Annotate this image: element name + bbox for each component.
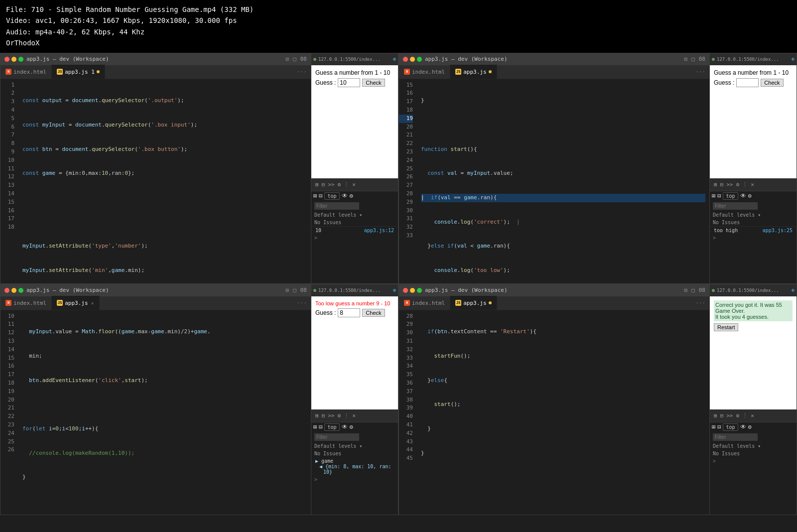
tab-index-html-br[interactable]: H index.html xyxy=(399,296,450,310)
browser-content-tl: Guess a number from 1 - 10 Guess : Check xyxy=(311,65,398,178)
default-levels-bl: Default levels ▾ xyxy=(314,443,362,449)
minimize-button-bl[interactable] xyxy=(11,288,16,293)
minimize-button-tr[interactable] xyxy=(410,57,415,62)
line-numbers-bl: 1011121314 1516171819 2021222324 2526 xyxy=(0,310,18,515)
browser-content-br: Correct you got it. It was 55 Game Over.… xyxy=(710,296,797,409)
browser-content-bl: Too low guess a number 9 - 10 Guess : Ch… xyxy=(311,296,398,409)
editor-top-right: app3.js — dev (Workspace) ⊡ □ 08 H index… xyxy=(399,53,709,283)
console-expand-br[interactable]: > xyxy=(710,457,797,465)
browser-url-bl: 127.0.0.1:5500/index... xyxy=(318,288,381,293)
browser-url-tl: 127.0.0.1:5500/index... xyxy=(318,57,381,62)
maximize-button-bl[interactable] xyxy=(18,288,23,293)
modified-dot xyxy=(97,70,100,73)
default-levels-tl: Default levels ▾ xyxy=(314,212,362,218)
guess-label-bl: Guess : xyxy=(315,309,336,316)
console-filter-br[interactable] xyxy=(713,433,758,441)
line-numbers-tr: 1516171819 2021222324 2526272829 3031323… xyxy=(399,79,417,283)
browser-url-tr: 127.0.0.1:5500/index... xyxy=(717,57,779,62)
line-numbers-tl: 12345 678910 1112131415 161718 xyxy=(0,79,18,283)
default-levels-br: Default levels ▾ xyxy=(713,443,761,449)
close-button-br[interactable] xyxy=(403,288,408,293)
close-button-bl[interactable] xyxy=(4,288,9,293)
close-button-tr[interactable] xyxy=(403,57,408,62)
check-btn-bl[interactable]: Check xyxy=(362,309,385,317)
browser-url-br: 127.0.0.1:5500/index... xyxy=(717,288,779,293)
code-lines-bl: myInput.value = Math.floor((game.max-gam… xyxy=(18,310,311,515)
browser-bottom-left: ● 127.0.0.1:5500/index... ⊕ Too low gues… xyxy=(311,284,398,515)
guess-label-tr: Guess : xyxy=(714,79,734,86)
tab-bar-br: H index.html JS app3.js ··· xyxy=(399,296,709,310)
no-issues-tr: No Issues xyxy=(710,219,797,226)
tab-app3js-tr[interactable]: JS app3.js xyxy=(450,65,497,79)
code-area-tr: 1516171819 2021222324 2526272829 3031323… xyxy=(399,79,709,283)
top-badge-tl[interactable]: top xyxy=(324,192,339,200)
console-panel-tl: ⊞ ⊟ >> ⚙ ⋮ ✕ ⊞ ⊟ top 👁 ⚙ xyxy=(311,178,398,283)
top-badge-bl[interactable]: top xyxy=(324,423,339,431)
html-icon: H xyxy=(5,69,11,75)
close-button-tl[interactable] xyxy=(4,57,9,62)
more-tabs-bl[interactable]: ··· xyxy=(293,300,311,306)
code-area-top-left: 12345 678910 1112131415 161718 const out… xyxy=(0,79,311,283)
browser-top-left: ● 127.0.0.1:5500/index... ⊕ Guess a numb… xyxy=(311,53,398,283)
code-area-bl: 1011121314 1516171819 2021222324 2526 my… xyxy=(0,310,311,515)
check-btn-tr[interactable]: Check xyxy=(761,79,783,87)
console-expand-tr[interactable]: > xyxy=(710,234,797,242)
more-tabs-br[interactable]: ··· xyxy=(691,300,709,306)
guess-input-tr[interactable] xyxy=(736,78,759,87)
code-lines-tr: } function start(){ const val = myInput.… xyxy=(417,79,709,283)
tab-app3js-br[interactable]: JS app3.js xyxy=(450,296,497,310)
more-tabs-tr[interactable]: ··· xyxy=(691,69,709,75)
browser-bottom-right: ● 127.0.0.1:5500/index... ⊕ Correct you … xyxy=(709,284,797,515)
tab-index-html-tl[interactable]: H index.html xyxy=(0,65,52,79)
minimize-button-br[interactable] xyxy=(410,288,415,293)
minimize-button-tl[interactable] xyxy=(11,57,16,62)
console-filter-tl[interactable] xyxy=(314,202,359,210)
title-controls-tl: ⊡ □ 08 xyxy=(286,56,307,62)
maximize-button-tr[interactable] xyxy=(417,57,422,62)
maximize-button-tl[interactable] xyxy=(18,57,23,62)
traffic-lights-tr xyxy=(403,57,422,62)
top-badge-br[interactable]: top xyxy=(723,423,738,431)
console-entry-tl-0: 10 app3.js:12 xyxy=(311,226,398,234)
console-filter-tr[interactable] xyxy=(713,202,758,210)
console-entry-tr-0: too high app3.js:25 xyxy=(710,226,797,234)
check-btn-tl[interactable]: Check xyxy=(362,79,385,87)
game-var-bl: game xyxy=(321,458,333,464)
guess-input-bl[interactable] xyxy=(338,308,360,317)
console-expand-bl[interactable]: > xyxy=(311,476,398,483)
info-line-4: OrThodoX xyxy=(6,37,791,48)
title-bar-tr: app3.js — dev (Workspace) ⊡ □ 08 xyxy=(399,53,709,65)
window-title-br: app3.js — dev (Workspace) xyxy=(425,287,508,293)
console-toolbar-tl: ⊞ ⊟ >> ⚙ ⋮ ✕ xyxy=(311,178,398,191)
editor-bottom-left: app3.js — dev (Workspace) ⊡ □ 08 H index… xyxy=(0,284,311,515)
line-numbers-br: 2829303132 3334353637 3839404142 434445 xyxy=(399,310,417,515)
tab-label: app3.js 1 xyxy=(65,69,95,75)
console-panel-br: ⊞ ⊟ >> ⚙ ⋮ ✕ ⊞ ⊟ top 👁 ⚙ xyxy=(710,409,797,515)
editor-top-left: app3.js — dev (Workspace) ⊡ □ 08 H index… xyxy=(0,53,311,283)
no-issues-bl: No Issues xyxy=(311,450,398,457)
console-toolbar-bl: ⊞ ⊟ >> ⚙ ⋮ ✕ xyxy=(311,409,398,422)
guess-label-tl: Guess : xyxy=(315,79,336,86)
tab-label: index.html xyxy=(13,69,46,75)
close-tab-bl[interactable]: ✕ xyxy=(91,300,94,306)
more-tabs-btn[interactable]: ··· xyxy=(293,69,311,75)
maximize-button-br[interactable] xyxy=(417,288,422,293)
traffic-lights-br xyxy=(403,288,422,293)
no-issues-br: No Issues xyxy=(710,450,797,457)
top-badge-tr[interactable]: top xyxy=(723,192,738,200)
tab-app3js-bl[interactable]: JS app3.js ✕ xyxy=(52,296,99,310)
console-toolbar-br: ⊞ ⊟ >> ⚙ ⋮ ✕ xyxy=(710,409,797,422)
traffic-lights-bl xyxy=(4,288,23,293)
console-panel-bl: ⊞ ⊟ >> ⚙ ⋮ ✕ ⊞ ⊟ top 👁 ⚙ xyxy=(311,409,398,515)
restart-btn-br[interactable]: Restart xyxy=(714,323,738,331)
tab-app3js-tl[interactable]: JS app3.js 1 xyxy=(52,65,105,79)
browser-url-bar-br: ● 127.0.0.1:5500/index... ⊕ xyxy=(710,284,797,296)
guess-input-tl[interactable] xyxy=(338,78,360,87)
tab-index-html-tr[interactable]: H index.html xyxy=(399,65,450,79)
tab-index-html-bl[interactable]: H index.html xyxy=(0,296,52,310)
console-filter-bl[interactable] xyxy=(314,433,359,441)
window-title-tr: app3.js — dev (Workspace) xyxy=(425,56,508,62)
editor-bottom-right: app3.js — dev (Workspace) ⊡ □ 08 H index… xyxy=(399,284,709,515)
console-expand-tl[interactable]: > xyxy=(311,234,398,242)
browser-message-br: Correct you got it. It was 55 Game Over.… xyxy=(714,300,793,321)
